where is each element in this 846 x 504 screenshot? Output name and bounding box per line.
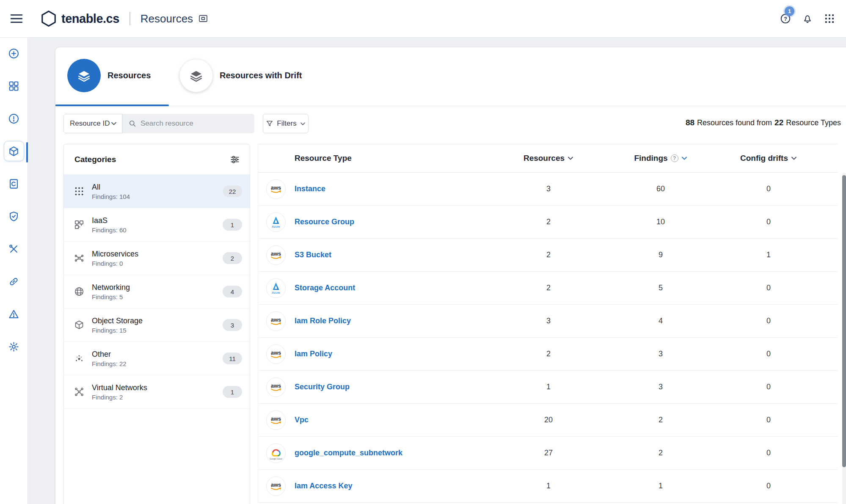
active-nav-indicator <box>26 142 28 162</box>
svg-text:aws: aws <box>271 184 281 190</box>
header-resources-sort[interactable]: Resources <box>493 154 603 163</box>
sidebar-reports-button[interactable] <box>4 174 24 194</box>
category-name: Networking <box>92 283 215 292</box>
help-button[interactable]: ? 1 <box>780 13 791 24</box>
category-findings: Findings: 15 <box>92 327 215 334</box>
category-item-virtual-networks[interactable]: Virtual NetworksFindings: 2 1 <box>64 375 250 409</box>
categories-panel: Categories AllFindings: 104 22 IaaSFindi… <box>63 144 250 504</box>
resources-title-icon <box>198 14 208 24</box>
search-input[interactable] <box>141 119 248 128</box>
resource-type-link[interactable]: Resource Group <box>295 218 354 226</box>
sidebar-settings-button[interactable] <box>4 336 24 357</box>
category-name: All <box>92 183 215 192</box>
resource-type-link[interactable]: google_compute_subnetwork <box>295 449 402 457</box>
resource-type-link[interactable]: Instance <box>295 185 325 193</box>
category-count-badge: 1 <box>223 386 242 398</box>
sidebar-add-button[interactable] <box>4 43 24 63</box>
resource-type-link[interactable]: Iam Role Policy <box>295 317 351 325</box>
table-row: aws Iam Access Key 1 1 0 <box>258 470 838 503</box>
aws-icon: aws <box>266 476 286 496</box>
aws-icon: aws <box>266 377 286 397</box>
funnel-icon <box>266 120 273 127</box>
findings-value: 3 <box>603 350 718 358</box>
filter-bar: Resource ID Filters 88Resources found fr… <box>63 114 841 133</box>
resource-type-link[interactable]: Iam Access Key <box>295 482 352 490</box>
resource-type-link[interactable]: Vpc <box>295 416 309 424</box>
svg-text:aws: aws <box>271 481 281 487</box>
resource-type-link[interactable]: S3 Bucket <box>295 251 331 259</box>
sidebar-alerts-button[interactable] <box>4 304 24 324</box>
scrollbar-thumb[interactable] <box>842 175 846 467</box>
categories-title: Categories <box>74 155 116 164</box>
resource-id-dropdown[interactable]: Resource ID <box>63 114 122 133</box>
left-sidebar <box>0 38 28 504</box>
plus-circle-icon <box>8 48 19 59</box>
layers-icon <box>179 59 213 92</box>
sidebar-findings-button[interactable] <box>4 108 24 129</box>
category-item-microservices[interactable]: MicroservicesFindings: 0 2 <box>64 242 250 275</box>
svg-text:aws: aws <box>271 250 281 256</box>
sidebar-dashboard-button[interactable] <box>4 76 24 96</box>
category-findings: Findings: 2 <box>92 394 215 401</box>
sidebar-integrations-button[interactable] <box>4 271 24 292</box>
findings-value: 2 <box>603 416 718 424</box>
sidebar-policies-button[interactable] <box>4 206 24 226</box>
aws-icon: aws <box>266 410 286 430</box>
chevron-down-icon <box>568 156 573 160</box>
dashboard-grid-icon <box>8 80 19 92</box>
config-drifts-value: 0 <box>718 482 819 490</box>
svg-text:aws: aws <box>271 415 281 421</box>
crossed-tools-icon <box>8 243 19 255</box>
category-item-iaas[interactable]: IaaSFindings: 60 1 <box>64 208 250 242</box>
config-drifts-value: 0 <box>718 317 819 325</box>
findings-value: 4 <box>603 317 718 325</box>
resource-type-link[interactable]: Iam Policy <box>295 350 332 358</box>
resource-type-link[interactable]: Security Group <box>295 383 350 391</box>
findings-value: 9 <box>603 251 718 259</box>
category-count-badge: 1 <box>223 219 242 231</box>
category-name: IaaS <box>92 216 215 225</box>
notification-badge: 1 <box>785 6 794 16</box>
config-drifts-value: 1 <box>718 251 819 259</box>
header-findings-sort[interactable]: Findings ? <box>603 154 718 163</box>
category-item-other[interactable]: OtherFindings: 22 11 <box>64 342 250 375</box>
apps-waffle-icon[interactable] <box>824 13 835 24</box>
notifications-bell-icon[interactable] <box>802 13 813 24</box>
topbar-actions: ? 1 <box>780 13 835 24</box>
page-title: Resources <box>141 12 193 25</box>
tab-resources[interactable]: Resources <box>67 59 151 92</box>
grid-dots-icon <box>74 186 85 197</box>
alert-circle-icon <box>8 113 19 124</box>
category-name: Microservices <box>92 250 215 259</box>
cube-icon <box>8 146 19 157</box>
aws-icon: aws <box>266 179 286 199</box>
aws-icon: aws <box>266 245 286 265</box>
hamburger-menu-icon[interactable] <box>10 13 23 24</box>
resources-value: 2 <box>493 284 603 292</box>
sidebar-resources-button[interactable] <box>4 141 24 161</box>
header-config-drifts-sort[interactable]: Config drifts <box>718 154 819 163</box>
filter-sliders-icon[interactable] <box>229 154 240 165</box>
resource-type-link[interactable]: Storage Account <box>295 284 355 292</box>
tenable-logo[interactable]: tenable.cs <box>40 10 119 28</box>
filters-dropdown[interactable]: Filters <box>263 114 309 133</box>
config-drifts-value: 0 <box>718 185 819 193</box>
search-box <box>122 114 254 133</box>
tab-resources-with-drift[interactable]: Resources with Drift <box>179 59 302 92</box>
sidebar-tools-button[interactable] <box>4 239 24 259</box>
table-scrollbar[interactable] <box>842 173 846 504</box>
brand-name: tenable.cs <box>61 12 119 26</box>
clipboard-icon <box>8 178 19 190</box>
table-header-row: Resource Type Resources Findings ? Confi… <box>258 144 838 173</box>
info-icon[interactable]: ? <box>671 154 678 162</box>
tab-resources-label: Resources <box>107 71 151 80</box>
resources-value: 2 <box>493 350 603 358</box>
category-item-object-storage[interactable]: Object StorageFindings: 15 3 <box>64 308 250 342</box>
category-item-networking[interactable]: NetworkingFindings: 5 4 <box>64 275 250 308</box>
resources-found-count: 88 <box>686 118 694 127</box>
resources-value: 2 <box>493 218 603 226</box>
category-name: Other <box>92 350 215 359</box>
chevron-down-icon <box>111 121 117 126</box>
findings-value: 2 <box>603 449 718 457</box>
category-item-all[interactable]: AllFindings: 104 22 <box>64 175 250 208</box>
